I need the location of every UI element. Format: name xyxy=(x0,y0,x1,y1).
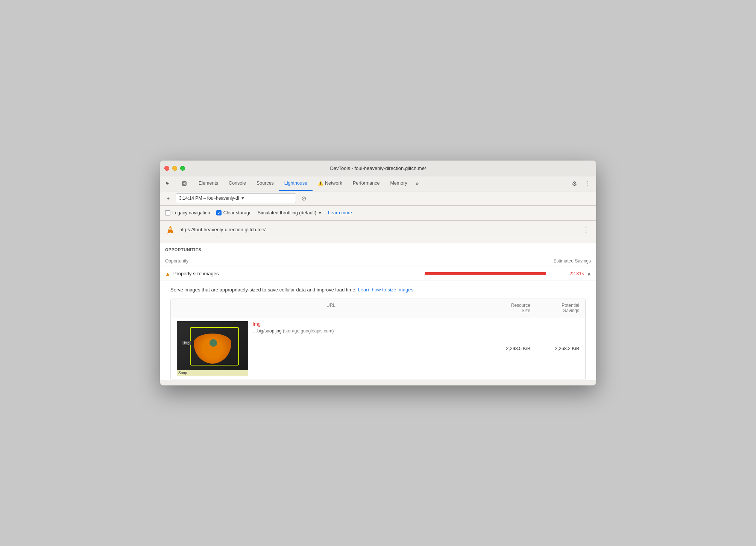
table-col-savings: PotentialSavings xyxy=(530,303,579,313)
table-url-info: img …big/soop.jpg (storage.googleapis.co… xyxy=(253,321,334,334)
tab-performance[interactable]: Performance xyxy=(348,176,385,191)
close-button[interactable] xyxy=(164,166,169,171)
legacy-nav-checkbox[interactable] xyxy=(165,210,170,215)
opportunity-bar-container xyxy=(425,272,553,275)
opportunities-header: OPPORTUNITIES xyxy=(160,243,596,255)
table-col-resource: ResourceSize xyxy=(485,303,530,313)
svg-marker-3 xyxy=(170,226,172,228)
table-row-left: img Soop img …big/soop.jpg (storage.goog… xyxy=(177,321,485,376)
lighthouse-url-bar: https://foul-heavenly-direction.glitch.m… xyxy=(160,221,596,239)
thumbnail-image: img Soop xyxy=(177,321,248,376)
soup-label: Soop xyxy=(177,370,248,376)
opportunity-savings: 22.31s xyxy=(558,271,584,276)
potential-savings-value: 2,268.2 KiB xyxy=(530,346,579,351)
window-title: DevTools - foul-heavenly-direction.glitc… xyxy=(330,165,426,171)
image-highlight-border xyxy=(190,327,239,366)
url-more-button[interactable]: ⋮ xyxy=(581,226,591,234)
clear-storage-checkbox[interactable]: ✓ xyxy=(216,210,222,215)
url-selector: img xyxy=(253,321,334,327)
detail-link[interactable]: Learn how to size images xyxy=(358,287,413,293)
tab-lighthouse[interactable]: Lighthouse xyxy=(279,176,313,191)
toolbar: + 3:14:14 PM – foul-heavenly-di ▼ ⊘ xyxy=(160,191,596,206)
opportunity-warning-icon: ▲ xyxy=(165,271,170,277)
clear-storage-checkbox-label[interactable]: ✓ Clear storage xyxy=(216,210,252,215)
learn-more-link[interactable]: Learn more xyxy=(328,210,352,215)
tab-console[interactable]: Console xyxy=(223,176,251,191)
tab-elements[interactable]: Elements xyxy=(193,176,223,191)
opportunity-detail: Serve images that are appropriately-size… xyxy=(160,281,596,381)
url-bar[interactable]: 3:14:14 PM – foul-heavenly-di ▼ xyxy=(176,193,296,203)
throttling-select[interactable]: Simulated throttling (default) ▼ xyxy=(258,210,322,215)
tab-bar: Elements Console Sources Lighthouse ⚠️ N… xyxy=(160,176,596,191)
main-content: https://foul-heavenly-direction.glitch.m… xyxy=(160,221,596,381)
opportunity-bar xyxy=(425,272,546,275)
throttling-dropdown-icon: ▼ xyxy=(318,211,322,215)
svg-rect-1 xyxy=(183,182,185,185)
opportunities-section: OPPORTUNITIES Opportunity Estimated Savi… xyxy=(160,243,596,381)
network-warning-icon: ⚠️ xyxy=(318,180,323,186)
title-bar: DevTools - foul-heavenly-direction.glitc… xyxy=(160,161,596,176)
cursor-icon[interactable] xyxy=(163,179,172,188)
tab-icons xyxy=(163,179,189,188)
svg-rect-5 xyxy=(169,229,172,230)
col-savings-header: Estimated Savings xyxy=(554,258,591,264)
url-dropdown-icon[interactable]: ▼ xyxy=(240,196,245,201)
tab-more-button[interactable]: » xyxy=(413,176,422,191)
minimize-button[interactable] xyxy=(172,166,177,171)
settings-icon[interactable]: ⚙ xyxy=(569,178,580,189)
tab-actions: ⚙ ⋮ xyxy=(569,178,593,189)
no-entry-icon[interactable]: ⊘ xyxy=(299,194,308,203)
opportunity-expand-icon[interactable]: ∧ xyxy=(587,271,591,277)
more-options-icon[interactable]: ⋮ xyxy=(583,178,593,189)
lighthouse-url-text: https://foul-heavenly-direction.glitch.m… xyxy=(179,227,577,232)
legacy-nav-checkbox-label[interactable]: Legacy navigation xyxy=(165,210,210,215)
tab-memory[interactable]: Memory xyxy=(385,176,412,191)
table-row: img Soop img …big/soop.jpg (storage.goog… xyxy=(171,317,585,380)
opportunity-column-headers: Opportunity Estimated Savings xyxy=(160,255,596,267)
detail-description: Serve images that are appropriately-size… xyxy=(170,286,586,294)
lighthouse-logo-icon xyxy=(165,224,176,235)
url-filename: …big/soop.jpg (storage.googleapis.com) xyxy=(253,328,334,334)
add-button[interactable]: + xyxy=(164,194,173,203)
layers-icon[interactable] xyxy=(180,179,189,188)
devtools-window: DevTools - foul-heavenly-direction.glitc… xyxy=(160,161,596,386)
url-source: (storage.googleapis.com) xyxy=(283,328,334,334)
table-header: URL ResourceSize PotentialSavings xyxy=(171,299,585,317)
svg-rect-4 xyxy=(169,228,172,229)
opportunity-row[interactable]: ▲ Properly size images 22.31s ∧ xyxy=(160,267,596,281)
col-opportunity-header: Opportunity xyxy=(165,258,188,264)
detail-table: URL ResourceSize PotentialSavings img xyxy=(170,299,586,380)
tab-sources[interactable]: Sources xyxy=(251,176,279,191)
options-bar: Legacy navigation ✓ Clear storage Simula… xyxy=(160,206,596,221)
tab-network[interactable]: ⚠️ Network xyxy=(313,176,348,191)
selector-label: img xyxy=(182,341,191,345)
tab-divider xyxy=(176,180,176,187)
table-col-url: URL xyxy=(177,303,485,313)
opportunity-name: Properly size images xyxy=(173,271,419,276)
traffic-lights xyxy=(164,166,185,171)
resource-size-value: 2,293.5 KiB xyxy=(485,346,530,351)
maximize-button[interactable] xyxy=(180,166,185,171)
